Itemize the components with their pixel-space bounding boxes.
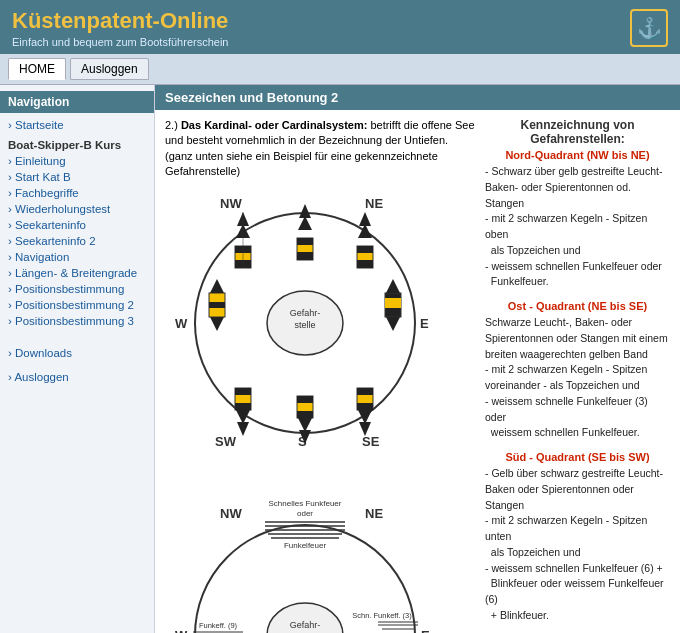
section-sued-body: - Gelb über schwarz gestreifte Leucht- B… — [485, 466, 670, 624]
section-nord: Nord-Quadrant (NW bis NE) - Schwarz über… — [485, 149, 670, 290]
section-nord-subtitle: Nord-Quadrant (NW bis NE) — [485, 149, 670, 161]
sidebar-item-positionsbestimmung[interactable]: › Positionsbestimmung — [0, 281, 154, 297]
svg-rect-21 — [385, 298, 401, 308]
sidebar-item-wiederholungstest[interactable]: › Wiederholungstest — [0, 201, 154, 217]
right-panel-title: Kennzeichnung von Gefahrenstellen: — [485, 118, 670, 146]
tab-home[interactable]: HOME — [8, 58, 66, 80]
svg-marker-29 — [237, 422, 249, 436]
ne-label: NE — [365, 196, 383, 211]
section-ost: Ost - Quadrant (NE bis SE) Schwarze Leuc… — [485, 300, 670, 441]
text-column: Kennzeichnung von Gefahrenstellen: Nord-… — [485, 118, 670, 633]
site-subtitle: Einfach und bequem zum Bootsführerschein — [12, 36, 228, 48]
svg-rect-26 — [235, 388, 251, 395]
content-title: Seezeichen und Betonung 2 — [155, 85, 680, 110]
svg-text:Funkelfeuer: Funkelfeuer — [284, 541, 327, 550]
sidebar-item-fachbegriffe[interactable]: › Fachbegriffe — [0, 185, 154, 201]
diagram-column: 2.) Das Kardinal- oder Cardinalsystem: b… — [165, 118, 475, 633]
sidebar-item-ausloggen[interactable]: › Ausloggen — [0, 369, 154, 385]
svg-text:oder: oder — [297, 509, 313, 518]
svg-text:Funkeff. (9): Funkeff. (9) — [199, 621, 238, 630]
compass-svg-2: NW NE W E SW S SE Gefahr- stelle Schnell… — [165, 480, 455, 633]
nw-label: NW — [220, 196, 242, 211]
svg-text:NW: NW — [220, 506, 242, 521]
sw-label: SW — [215, 434, 237, 449]
content-area: Seezeichen und Betonung 2 2.) Das Kardin… — [155, 85, 680, 633]
svg-rect-37 — [357, 403, 373, 410]
site-title: Küstenpatent-Online — [12, 8, 228, 34]
sidebar-item-positionsbestimmung3[interactable]: › Positionsbestimmung 3 — [0, 313, 154, 329]
svg-text:stelle: stelle — [294, 320, 315, 330]
svg-text:NE: NE — [365, 506, 383, 521]
sidebar-item-start-kat-b[interactable]: › Start Kat B — [0, 169, 154, 185]
se-buoy-bottom — [357, 388, 373, 436]
page-header: Küstenpatent-Online Einfach und bequem z… — [0, 0, 680, 54]
svg-text:W: W — [175, 628, 188, 633]
sidebar-item-downloads[interactable]: › Downloads — [0, 345, 154, 361]
svg-text:Gefahr-: Gefahr- — [290, 620, 321, 630]
svg-marker-19 — [359, 212, 371, 226]
section-sued-subtitle: Süd - Quadrant (SE bis SW) — [485, 451, 670, 463]
e-label: E — [420, 316, 429, 331]
section-ost-body: Schwarze Leucht-, Baken- oder Spierenton… — [485, 315, 670, 441]
svg-rect-31 — [297, 396, 313, 403]
sidebar-item-positionsbestimmung2[interactable]: › Positionsbestimmung 2 — [0, 297, 154, 313]
title-part2: Online — [160, 8, 228, 33]
svg-rect-36 — [357, 388, 373, 395]
svg-rect-41 — [209, 302, 225, 308]
sidebar-item-seekarteninfo2[interactable]: › Seekarteninfo 2 — [0, 233, 154, 249]
svg-rect-11 — [297, 238, 313, 245]
title-part1: Küstenpatent- — [12, 8, 160, 33]
content-body: 2.) Das Kardinal- oder Cardinalsystem: b… — [155, 110, 680, 633]
svg-text:Gefahr-: Gefahr- — [290, 308, 321, 318]
sidebar-header: Navigation — [0, 91, 154, 113]
svg-rect-16 — [357, 246, 373, 253]
svg-text:Schn. Funkeff. (3): Schn. Funkeff. (3) — [352, 611, 412, 620]
compass-svg-1: NW NE W E SW S SE Gefahr- stelle — [165, 188, 445, 458]
navbar: HOME Ausloggen — [0, 54, 680, 85]
section-nord-body: - Schwarz über gelb gestreifte Leucht- B… — [485, 164, 670, 290]
sidebar-item-seekarteninfo[interactable]: › Seekarteninfo — [0, 217, 154, 233]
svg-rect-12 — [297, 252, 313, 260]
w-label: W — [175, 316, 188, 331]
compass-diagram-1: NW NE W E SW S SE Gefahr- stelle — [165, 188, 445, 468]
intro-bold: Das Kardinal- oder Cardinalsystem: — [181, 119, 367, 131]
sidebar-section-kurs: Boat-Skipper-B Kurs — [0, 137, 154, 153]
svg-rect-27 — [235, 403, 251, 410]
svg-text:Schnelles Funkfeuer: Schnelles Funkfeuer — [269, 499, 342, 508]
sw-buoy-bottom — [235, 388, 251, 436]
compass-diagram-2: NW NE W E SW S SE Gefahr- stelle Schnell… — [165, 480, 445, 633]
sidebar-item-startseite[interactable]: › Startseite — [0, 117, 154, 133]
sidebar-item-einleitung[interactable]: › Einleitung — [0, 153, 154, 169]
intro-text: 2.) Das Kardinal- oder Cardinalsystem: b… — [165, 118, 475, 180]
sidebar-item-navigation[interactable]: › Navigation — [0, 249, 154, 265]
svg-marker-14 — [299, 204, 311, 218]
section-sued: Süd - Quadrant (SE bis SW) - Gelb über s… — [485, 451, 670, 624]
svg-rect-17 — [357, 260, 373, 268]
sidebar-divider2 — [0, 361, 154, 365]
anchor-icon: ⚓ — [630, 9, 668, 47]
se-label: SE — [362, 434, 380, 449]
svg-text:E: E — [421, 628, 430, 633]
sidebar-divider — [0, 329, 154, 337]
tab-ausloggen[interactable]: Ausloggen — [70, 58, 149, 80]
svg-rect-32 — [297, 411, 313, 418]
sidebar-item-laengen-breitengrade[interactable]: › Längen- & Breitengrade — [0, 265, 154, 281]
sidebar: Navigation › Startseite Boat-Skipper-B K… — [0, 85, 155, 633]
main-layout: Navigation › Startseite Boat-Skipper-B K… — [0, 85, 680, 633]
section-ost-subtitle: Ost - Quadrant (NE bis SE) — [485, 300, 670, 312]
